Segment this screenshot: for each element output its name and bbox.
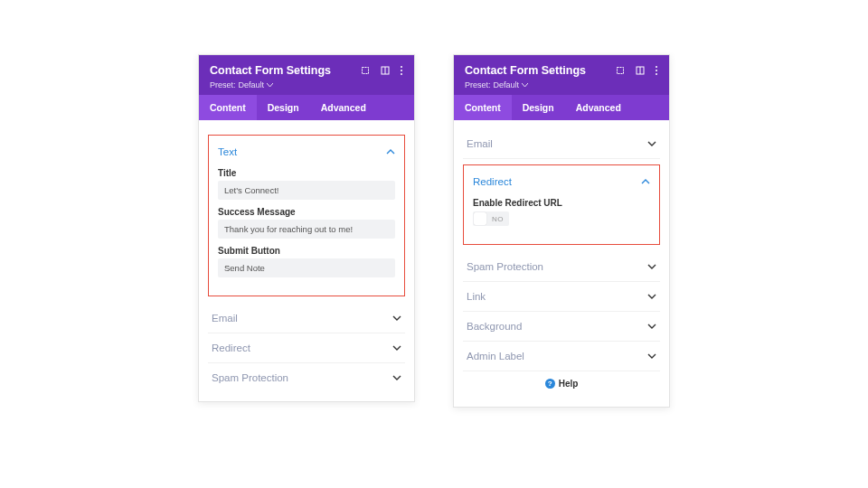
preset-value: Default xyxy=(494,80,520,89)
section-header-email[interactable]: Email xyxy=(463,129,660,158)
section-link: Link xyxy=(463,282,660,312)
help-label: Help xyxy=(559,379,579,389)
section-header-background[interactable]: Background xyxy=(463,312,660,341)
preset-prefix: Preset: xyxy=(210,80,236,89)
section-title: Email xyxy=(467,138,493,149)
section-title: Redirect xyxy=(212,343,250,353)
preset-selector[interactable]: Preset: Default xyxy=(210,80,403,89)
svg-point-10 xyxy=(656,70,657,71)
field-label: Success Message xyxy=(218,207,395,217)
field-enable-redirect: Enable Redirect URL NO xyxy=(473,198,650,226)
section-body-redirect: Enable Redirect URL NO xyxy=(473,194,650,235)
section-email: Email xyxy=(208,304,405,333)
tab-content[interactable]: Content xyxy=(454,95,512,120)
svg-point-11 xyxy=(656,73,657,75)
chevron-down-icon xyxy=(647,322,656,331)
section-title: Text xyxy=(218,146,237,157)
field-label: Enable Redirect URL xyxy=(473,198,650,208)
expand-icon[interactable] xyxy=(360,65,371,76)
section-background: Background xyxy=(463,312,660,342)
panel-content: Text Title Let's Connect! Success Messag… xyxy=(199,120,414,401)
panel-title: Contact Form Settings xyxy=(210,64,331,77)
section-title: Redirect xyxy=(473,176,512,187)
more-icon[interactable] xyxy=(655,65,658,76)
chevron-down-icon xyxy=(647,262,656,271)
field-title: Title Let's Connect! xyxy=(218,168,395,200)
field-label: Title xyxy=(218,168,395,178)
section-spam: Spam Protection xyxy=(208,363,405,392)
expand-icon[interactable] xyxy=(615,65,626,76)
svg-rect-6 xyxy=(618,68,624,74)
toggle-knob xyxy=(474,212,486,225)
panel-content: Email Redirect Enable Redirect URL NO xyxy=(454,120,669,407)
header-icons xyxy=(615,65,658,76)
panel-title: Contact Form Settings xyxy=(465,64,586,77)
tab-advanced[interactable]: Advanced xyxy=(310,95,377,120)
header-icons xyxy=(360,65,403,76)
tab-design[interactable]: Design xyxy=(257,95,310,120)
section-email: Email xyxy=(463,129,660,159)
tabs: Content Design Advanced xyxy=(199,95,414,120)
preset-prefix: Preset: xyxy=(465,80,491,89)
section-title: Link xyxy=(467,291,486,302)
section-header-text[interactable]: Text xyxy=(218,143,395,164)
tabs: Content Design Advanced xyxy=(454,95,669,120)
submit-input[interactable]: Send Note xyxy=(218,258,395,277)
section-redirect: Redirect Enable Redirect URL NO xyxy=(463,164,660,245)
toggle-track: NO xyxy=(473,211,509,226)
field-success: Success Message Thank you for reaching o… xyxy=(218,207,395,239)
tab-design[interactable]: Design xyxy=(512,95,565,120)
section-header-admin-label[interactable]: Admin Label xyxy=(463,342,660,371)
chevron-down-icon xyxy=(392,314,401,323)
panel-header: Contact Form Settings Preset: Default xyxy=(454,55,669,95)
chevron-down-icon xyxy=(647,352,656,361)
section-title: Background xyxy=(467,321,522,332)
toggle-state-label: NO xyxy=(492,215,504,223)
chevron-down-icon xyxy=(392,373,401,382)
field-label: Submit Button xyxy=(218,246,395,256)
more-icon[interactable] xyxy=(400,65,403,76)
preset-value: Default xyxy=(239,80,265,89)
svg-point-9 xyxy=(656,66,657,68)
chevron-up-icon xyxy=(386,147,395,156)
chevron-down-icon xyxy=(267,80,273,89)
field-submit: Submit Button Send Note xyxy=(218,246,395,277)
success-input[interactable]: Thank you for reaching out to me! xyxy=(218,220,395,239)
svg-rect-0 xyxy=(363,68,369,74)
section-title: Admin Label xyxy=(467,351,524,361)
section-text: Text Title Let's Connect! Success Messag… xyxy=(208,135,405,296)
help-link[interactable]: ? Help xyxy=(463,371,660,398)
chevron-up-icon xyxy=(641,177,650,186)
tab-advanced[interactable]: Advanced xyxy=(565,95,632,120)
chevron-down-icon xyxy=(522,80,528,89)
svg-point-5 xyxy=(401,73,402,75)
columns-icon[interactable] xyxy=(380,65,391,76)
svg-point-4 xyxy=(401,70,402,71)
section-title: Spam Protection xyxy=(467,261,543,272)
section-title: Email xyxy=(212,313,238,324)
section-header-redirect[interactable]: Redirect xyxy=(208,333,405,362)
section-header-email[interactable]: Email xyxy=(208,304,405,333)
panel-header: Contact Form Settings Preset: Default xyxy=(199,55,414,95)
settings-panel-right: Contact Form Settings Preset: Default Co… xyxy=(453,54,670,408)
settings-panel-left: Contact Form Settings Preset: Default Co… xyxy=(198,54,415,402)
section-header-link[interactable]: Link xyxy=(463,282,660,311)
chevron-down-icon xyxy=(647,139,656,148)
section-title: Spam Protection xyxy=(212,372,288,383)
columns-icon[interactable] xyxy=(635,65,646,76)
title-input[interactable]: Let's Connect! xyxy=(218,181,395,200)
section-header-spam[interactable]: Spam Protection xyxy=(463,252,660,281)
section-body-text: Title Let's Connect! Success Message Tha… xyxy=(218,164,395,286)
section-header-redirect[interactable]: Redirect xyxy=(473,173,650,194)
help-icon: ? xyxy=(545,379,555,389)
svg-point-3 xyxy=(401,66,402,68)
tab-content[interactable]: Content xyxy=(199,95,257,120)
chevron-down-icon xyxy=(647,292,656,301)
toggle-enable-redirect[interactable]: NO xyxy=(473,211,650,226)
section-redirect: Redirect xyxy=(208,333,405,363)
preset-selector[interactable]: Preset: Default xyxy=(465,80,658,89)
section-spam: Spam Protection xyxy=(463,252,660,282)
section-header-spam[interactable]: Spam Protection xyxy=(208,363,405,392)
section-admin-label: Admin Label xyxy=(463,342,660,371)
chevron-down-icon xyxy=(392,343,401,352)
